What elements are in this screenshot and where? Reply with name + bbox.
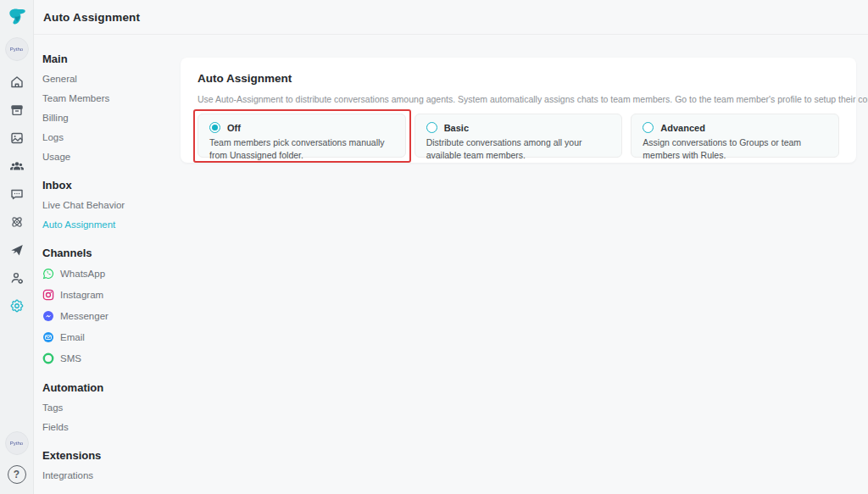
sidebar-item-label: Billing	[42, 113, 69, 123]
sidebar-item-usage[interactable]: Usage	[42, 147, 180, 166]
option-description: Distribute conversations among all your …	[426, 136, 611, 162]
email-icon	[42, 331, 54, 343]
sidebar-item-instagram[interactable]: Instagram	[42, 284, 180, 305]
sidebar-item-label: SMS	[60, 353, 81, 364]
sidebar-item-label: WhatsApp	[60, 269, 105, 279]
option-card-advanced[interactable]: Advanced Assign conversations to Groups …	[631, 114, 839, 158]
option-label: Off	[227, 123, 241, 133]
auto-assignment-panel: Auto Assignment Use Auto-Assignment to d…	[181, 58, 856, 163]
sidebar-item-billing[interactable]: Billing	[42, 108, 180, 127]
sidebar-item-label: Auto Assignment	[42, 219, 115, 230]
sidebar-item-label: General	[42, 74, 77, 84]
workspace-avatar[interactable]: Pytho	[5, 37, 29, 61]
sidebar-item-label: Usage	[42, 152, 70, 162]
instagram-icon	[42, 289, 54, 301]
settings-icon[interactable]	[7, 296, 27, 316]
sidebar-item-sms[interactable]: SMS	[42, 347, 180, 369]
team-icon[interactable]	[7, 156, 27, 176]
option-advanced-wrap: Advanced Assign conversations to Groups …	[631, 114, 839, 158]
sidebar-item-label: Integrations	[42, 470, 93, 480]
icon-rail: Pytho	[0, 0, 34, 494]
top-header: Auto Assignment	[34, 0, 868, 35]
sidebar-item-label: Email	[60, 332, 85, 342]
automation-icon[interactable]	[7, 212, 27, 232]
section-header-channels: Channels	[42, 247, 180, 259]
section-header-extensions: Extensions	[42, 449, 180, 462]
option-description: Team members pick conversations manually…	[209, 136, 394, 162]
section-header-main: Main	[42, 53, 180, 65]
sidebar-item-email[interactable]: Email	[42, 326, 180, 347]
sms-icon	[42, 352, 54, 364]
section-header-automation: Automation	[42, 381, 180, 394]
brand-logo-icon[interactable]	[6, 6, 28, 28]
messenger-icon	[42, 310, 54, 322]
option-label: Advanced	[660, 123, 705, 133]
send-icon[interactable]	[7, 240, 27, 260]
sidebar-item-live-chat-behavior[interactable]: Live Chat Behavior	[42, 195, 180, 214]
sidebar-item-label: Tags	[42, 402, 63, 413]
assignment-options: Off Team members pick conversations manu…	[198, 114, 839, 158]
whatsapp-icon	[42, 268, 54, 280]
option-basic-wrap: Basic Distribute conversations among all…	[415, 114, 623, 158]
home-icon[interactable]	[7, 72, 27, 92]
image-icon[interactable]	[7, 128, 27, 148]
sidebar-item-messenger[interactable]: Messenger	[42, 305, 180, 326]
user-settings-icon[interactable]	[7, 268, 27, 288]
option-card-basic[interactable]: Basic Distribute conversations among all…	[415, 114, 623, 158]
sidebar-item-whatsapp[interactable]: WhatsApp	[42, 263, 180, 284]
avatar-text: Pytho	[10, 441, 23, 446]
sidebar-item-logs[interactable]: Logs	[42, 127, 180, 147]
sidebar-item-label: Live Chat Behavior	[42, 200, 125, 210]
option-label: Basic	[444, 123, 469, 133]
sidebar-item-general[interactable]: General	[42, 69, 180, 88]
sidebar-item-tags[interactable]: Tags	[42, 397, 180, 417]
help-label: ?	[14, 469, 19, 480]
option-description: Assign conversations to Groups or team m…	[643, 136, 827, 162]
sidebar-item-label: Fields	[42, 422, 69, 432]
radio-basic[interactable]	[426, 122, 437, 133]
user-avatar[interactable]: Pytho	[5, 431, 29, 455]
sidebar-item-label: Messenger	[60, 311, 108, 321]
avatar-text: Pytho	[10, 47, 23, 52]
radio-advanced[interactable]	[643, 122, 654, 133]
sidebar-item-team-members[interactable]: Team Members	[42, 88, 180, 108]
chat-icon[interactable]	[7, 184, 27, 204]
sidebar-item-fields[interactable]: Fields	[42, 417, 180, 436]
inbox-tray-icon[interactable]	[7, 100, 27, 120]
panel-title: Auto Assignment	[198, 72, 839, 85]
help-icon[interactable]: ?	[8, 465, 26, 484]
settings-sidebar: Main General Team Members Billing Logs U…	[34, 35, 180, 494]
radio-off[interactable]	[209, 122, 220, 133]
section-header-inbox: Inbox	[42, 179, 180, 191]
sidebar-item-label: Logs	[42, 132, 64, 142]
sidebar-item-integrations[interactable]: Integrations	[42, 465, 180, 485]
panel-description: Use Auto-Assignment to distribute conver…	[198, 94, 839, 104]
option-card-off[interactable]: Off Team members pick conversations manu…	[198, 114, 406, 158]
option-off-wrap: Off Team members pick conversations manu…	[198, 114, 406, 158]
sidebar-item-label: Team Members	[42, 93, 109, 103]
page-title: Auto Assignment	[43, 11, 140, 24]
sidebar-item-label: Instagram	[60, 290, 103, 300]
sidebar-item-auto-assignment[interactable]: Auto Assignment	[42, 214, 180, 234]
